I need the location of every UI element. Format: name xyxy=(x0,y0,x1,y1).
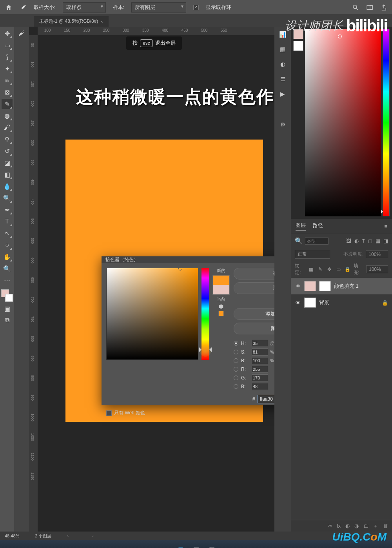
layer-thumb[interactable] xyxy=(304,281,316,291)
histogram-icon[interactable]: 📊 xyxy=(277,29,288,40)
h-input[interactable] xyxy=(252,340,268,347)
fg-bg-swatches[interactable] xyxy=(1,289,13,302)
search-icon[interactable] xyxy=(352,4,359,11)
delete-icon[interactable]: 🗑 xyxy=(383,523,388,529)
hue-strip[interactable] xyxy=(383,29,390,216)
lock-all-icon[interactable]: 🔒 xyxy=(344,267,351,272)
close-icon[interactable]: × xyxy=(100,19,103,24)
hex-input[interactable] xyxy=(258,395,274,403)
document-tab[interactable]: 未标题-1 @ 48.5%(RGB/8#) × xyxy=(34,16,109,27)
hue-slider[interactable]: ↖ xyxy=(201,268,209,360)
frame-tool-icon[interactable]: ⊠ xyxy=(2,87,13,97)
adjustments-icon[interactable]: ◐ xyxy=(277,59,288,70)
fill-input[interactable]: 100% xyxy=(366,265,388,273)
sliders-icon[interactable]: ⚙ xyxy=(277,119,288,130)
sample-size-dropdown[interactable]: 取样点 xyxy=(63,2,106,13)
show-ring-checkbox[interactable]: ✓ xyxy=(193,5,199,10)
lasso-tool-icon[interactable]: ⟆ xyxy=(2,52,13,62)
g-radio[interactable] xyxy=(234,376,238,380)
layer-filter-input[interactable] xyxy=(305,238,328,245)
color-cursor[interactable] xyxy=(178,267,182,270)
quickmask-icon[interactable]: ▣ xyxy=(2,303,13,314)
navigator-icon[interactable]: ▦ xyxy=(277,44,288,55)
gradient-tool-icon[interactable]: ◧ xyxy=(2,169,13,180)
visibility-icon[interactable]: 👁 xyxy=(295,283,301,289)
opacity-input[interactable]: 100% xyxy=(366,250,388,258)
shape-tool-icon[interactable]: ○ xyxy=(2,240,13,250)
zoom-tool-icon[interactable]: 🔍 xyxy=(2,263,13,274)
zoom-level[interactable]: 48.48% xyxy=(5,533,19,538)
gamut-warning-icon[interactable] xyxy=(218,304,224,309)
color-lib-button[interactable]: 颜色库 xyxy=(234,323,274,334)
blend-mode-dropdown[interactable]: 正常 xyxy=(295,250,330,259)
healing-brush-tool-icon[interactable]: ◍ xyxy=(2,111,13,121)
filter-smart-icon[interactable]: ▦ xyxy=(376,238,380,244)
lock-brush-icon[interactable]: ✎ xyxy=(317,267,323,272)
panel-menu-icon[interactable]: ≡ xyxy=(384,223,387,229)
dialog-title-bar[interactable]: 拾色器（纯色） × xyxy=(102,256,274,263)
screenmode-icon[interactable]: ⧉ xyxy=(2,315,13,325)
blur-tool-icon[interactable]: 💧 xyxy=(2,181,13,191)
history-brush-tool-icon[interactable]: ↺ xyxy=(2,146,13,156)
edit-toolbar-icon[interactable]: ⋯ xyxy=(2,275,13,285)
workspace-icon[interactable] xyxy=(366,4,373,11)
home-icon[interactable] xyxy=(5,4,13,11)
sample-dropdown[interactable]: 所有图层 xyxy=(131,2,186,13)
fx-icon[interactable]: fx xyxy=(337,523,341,529)
bhsb-input[interactable] xyxy=(252,357,268,364)
library-icon[interactable]: ☰ xyxy=(277,74,288,85)
eyedropper-tool-icon[interactable]: ✎ xyxy=(2,99,13,109)
layer-row[interactable]: 👁 背景 🔒 xyxy=(291,294,392,311)
b-radio[interactable] xyxy=(234,358,238,363)
link-icon[interactable]: ⚯ xyxy=(328,523,332,529)
filter-image-icon[interactable]: 🖼 xyxy=(346,238,351,244)
new-layer-icon[interactable]: ＋ xyxy=(373,523,378,530)
path-select-tool-icon[interactable]: ↖ xyxy=(2,228,13,238)
filter-text-icon[interactable]: T xyxy=(362,238,365,244)
lock-pixels-icon[interactable]: ▦ xyxy=(307,267,314,272)
paths-tab[interactable]: 路径 xyxy=(313,222,323,230)
saturation-field[interactable] xyxy=(106,268,198,360)
r-input[interactable] xyxy=(252,366,268,373)
s-radio[interactable] xyxy=(234,350,238,354)
mask-icon[interactable]: ◐ xyxy=(345,523,350,529)
layers-tab[interactable]: 图层 xyxy=(296,222,306,230)
text-tool-icon[interactable]: T xyxy=(2,216,13,227)
bg-swatch[interactable] xyxy=(293,41,303,51)
layer-row[interactable]: 👁 颜色填充 1 xyxy=(291,278,392,294)
eraser-tool-icon[interactable]: ◪ xyxy=(2,158,13,168)
dodge-tool-icon[interactable]: 🔍 xyxy=(2,193,13,203)
pen-tool-icon[interactable]: ✒ xyxy=(2,205,13,215)
taskbar-app-icon[interactable]: ▧ xyxy=(206,543,218,548)
brgb-input[interactable] xyxy=(252,383,268,390)
search-icon[interactable]: 🔍 xyxy=(295,237,303,245)
properties-icon[interactable]: ▶ xyxy=(277,89,288,100)
filter-toggle-icon[interactable]: ◨ xyxy=(383,238,388,244)
ok-button[interactable]: 确定 xyxy=(234,268,274,279)
share-icon[interactable] xyxy=(380,4,387,11)
filter-adjust-icon[interactable]: ◐ xyxy=(354,238,359,244)
lock-position-icon[interactable]: ✥ xyxy=(326,267,332,272)
h-radio[interactable] xyxy=(234,341,238,346)
brush-tool-icon[interactable]: 🖌 xyxy=(2,122,13,132)
r-radio[interactable] xyxy=(234,367,238,372)
move-tool-icon[interactable]: ✥ xyxy=(2,28,13,38)
layer-thumb[interactable] xyxy=(304,298,316,308)
magic-wand-tool-icon[interactable]: ✦ xyxy=(2,64,13,74)
filter-shape-icon[interactable]: ◻ xyxy=(368,238,372,244)
web-only-checkbox[interactable] xyxy=(106,410,112,416)
s-input[interactable] xyxy=(252,348,268,356)
group-icon[interactable]: 🗀 xyxy=(363,523,368,529)
g-input[interactable] xyxy=(252,374,268,381)
visibility-icon[interactable]: 👁 xyxy=(295,300,301,306)
add-swatch-button[interactable]: 添加到色板 xyxy=(234,308,274,320)
clone-stamp-tool-icon[interactable]: ⚲ xyxy=(2,134,13,144)
brgb-radio[interactable] xyxy=(234,384,238,389)
crop-tool-icon[interactable]: ⎄ xyxy=(2,75,13,85)
hand-tool-icon[interactable]: ✋ xyxy=(2,252,13,262)
lock-artboard-icon[interactable]: ▭ xyxy=(335,267,342,272)
status-chevron-icon[interactable]: › xyxy=(67,533,69,538)
start-icon[interactable]: ⊞ xyxy=(174,543,186,548)
closest-web-color-swatch[interactable] xyxy=(218,311,224,316)
layer-mask-thumb[interactable] xyxy=(319,281,331,291)
